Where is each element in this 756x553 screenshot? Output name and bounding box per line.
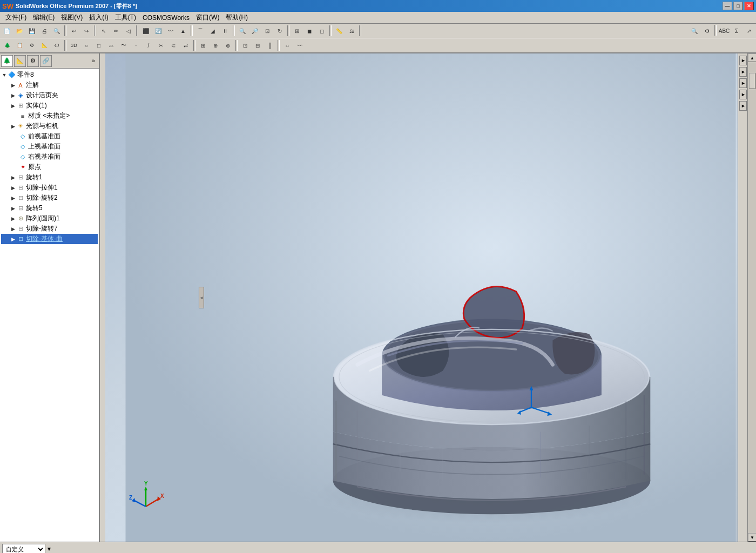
menu-help[interactable]: 帮助(H) (222, 12, 251, 23)
expand-panel-5[interactable]: ► (739, 101, 747, 111)
tree-design-binder[interactable]: ▶ ◈ 设计活页夹 (1, 90, 98, 100)
expand-panel-1[interactable]: ► (739, 56, 747, 65)
open-button[interactable]: 📂 (14, 25, 25, 37)
measure-button[interactable]: 📏 (333, 25, 345, 37)
zoom-fit-button[interactable]: ⊡ (261, 25, 273, 37)
tag-btn[interactable]: 🏷 (51, 39, 63, 51)
rotate-view-button[interactable]: ↻ (274, 25, 286, 37)
search-button[interactable]: 🔍 (688, 25, 700, 37)
sketch-button[interactable]: ✏ (110, 25, 122, 37)
menu-window[interactable]: 窗口(W) (193, 12, 222, 23)
tree-revolve5[interactable]: ▶ ⊟ 旋转5 (1, 203, 98, 213)
ref-geom-btn[interactable]: ⊡ (239, 39, 251, 51)
tab-feature-tree[interactable]: 🌲 (1, 55, 13, 67)
undo-button[interactable]: ↩ (68, 25, 80, 37)
chamfer-button[interactable]: ◢ (207, 25, 219, 37)
line-btn[interactable]: / (143, 39, 154, 51)
menu-file[interactable]: 文件(F) (2, 12, 30, 23)
zoom-in-button[interactable]: 🔍 (237, 25, 248, 37)
minimize-button[interactable]: — (723, 2, 732, 10)
menu-cosmos[interactable]: COSMOSWorks (139, 13, 193, 23)
loft-button[interactable]: ▲ (177, 25, 189, 37)
toolbar-row-1: 📄 📂 💾 🖨 🔍 ↩ ↪ ↖ ✏ ◁ ⬛ 🔄 〰 ▲ ⌒ ◢ ⁞⁞ 🔍 🔎 ⊡… (0, 24, 756, 38)
fillet-button[interactable]: ⌒ (194, 25, 206, 37)
preview-button[interactable]: 🔍 (51, 25, 63, 37)
revolve-button[interactable]: 🔄 (152, 25, 164, 37)
property-mgr-btn[interactable]: 📋 (14, 39, 25, 51)
rib-btn[interactable]: ║ (264, 39, 276, 51)
tab-config-manager[interactable]: ⚙ (27, 55, 39, 67)
tree-solid-body[interactable]: ▶ ⊞ 实体(1) (1, 100, 98, 111)
feature-tree: ▼ 🔷 零件8 ▶ A 注解 ▶ ◈ 设计活页夹 ▶ (0, 69, 99, 542)
tree-extrude-cut[interactable]: ▶ ⊟ 切除-拉伸1 (1, 183, 98, 193)
tree-front-plane[interactable]: ◇ 前视基准面 (1, 131, 98, 141)
save-button[interactable]: 💾 (26, 25, 38, 37)
expand-panel-btn[interactable]: » (89, 57, 98, 65)
menu-view[interactable]: 视图(V) (58, 12, 86, 23)
sweep-button[interactable]: 〰 (165, 25, 177, 37)
config-mgr-btn[interactable]: ⚙ (26, 39, 38, 51)
zoom-out-button[interactable]: 🔎 (249, 25, 261, 37)
spell-button[interactable]: ABC (718, 25, 730, 37)
tree-root[interactable]: ▼ 🔷 零件8 (1, 70, 98, 80)
relation-btn[interactable]: ↔ (281, 39, 293, 51)
tree-origin[interactable]: ✦ 原点 (1, 162, 98, 172)
extrude-button[interactable]: ⬛ (140, 25, 152, 37)
pattern-button[interactable]: ⁞⁞ (219, 25, 231, 37)
dim-expert-btn[interactable]: 📐 (38, 39, 50, 51)
expand-panel-3[interactable]: ► (739, 78, 747, 88)
snap2-btn[interactable]: ⊗ (222, 39, 234, 51)
point-btn[interactable]: · (130, 39, 142, 51)
view-dropdown[interactable]: 自定义 模型 工程图 草图 (2, 544, 45, 554)
select-button[interactable]: ↖ (98, 25, 110, 37)
mirror-sketch-btn[interactable]: ⇌ (180, 39, 192, 51)
maximize-button[interactable]: □ (733, 2, 743, 10)
close-button[interactable]: ✕ (744, 2, 754, 10)
rect-btn[interactable]: □ (93, 39, 105, 51)
export-button[interactable]: ↗ (743, 25, 755, 37)
mass-props-button[interactable]: ⚖ (346, 25, 357, 37)
display-button[interactable]: ◼ (303, 25, 315, 37)
options-button[interactable]: ⚙ (701, 25, 713, 37)
grid-btn[interactable]: ⊞ (197, 39, 209, 51)
tree-cut-revolve7[interactable]: ▶ ⊟ 切除-旋转7 (1, 224, 98, 234)
collapse-handle[interactable]: ◄ (199, 287, 204, 308)
scroll-up-btn[interactable]: ▲ (748, 53, 756, 62)
menu-edit[interactable]: 编辑(E) (30, 12, 58, 23)
redo-button[interactable]: ↪ (80, 25, 92, 37)
vertical-scrollbar[interactable]: ▲ ▼ (747, 53, 756, 542)
scroll-thumb-v[interactable] (749, 73, 755, 89)
view-orient-button[interactable]: ⊞ (291, 25, 303, 37)
tree-revolve1[interactable]: ▶ ⊟ 旋转1 (1, 172, 98, 183)
tree-pattern-circular[interactable]: ▶ ⊛ 阵列(圆周)1 (1, 213, 98, 224)
snap-btn[interactable]: ⊕ (210, 39, 221, 51)
new-button[interactable]: 📄 (1, 25, 13, 37)
print-button[interactable]: 🖨 (38, 25, 50, 37)
tab-dim-expert[interactable]: 🔗 (40, 55, 52, 67)
tree-right-plane[interactable]: ◇ 右视基准面 (1, 152, 98, 162)
tree-cut-base-curve[interactable]: ▶ ⊟ 切除-基体-曲 (1, 234, 98, 244)
menu-insert[interactable]: 插入(I) (86, 12, 111, 23)
feature-manager-btn[interactable]: 🌲 (1, 39, 13, 51)
tree-annotations[interactable]: ▶ A 注解 (1, 80, 98, 90)
spline-btn[interactable]: 〜 (118, 39, 130, 51)
menu-tools[interactable]: 工具(T) (112, 12, 139, 23)
circle-btn[interactable]: ○ (80, 39, 92, 51)
tab-property-manager[interactable]: 📐 (14, 55, 26, 67)
arc-btn[interactable]: ⌓ (105, 39, 117, 51)
tree-top-plane[interactable]: ◇ 上视基准面 (1, 141, 98, 152)
tree-material[interactable]: ≡ 材质 <未指定> (1, 111, 98, 121)
calc-button[interactable]: Σ (731, 25, 742, 37)
tree-cut-revolve2[interactable]: ▶ ⊟ 切除-旋转2 (1, 193, 98, 203)
scroll-down-btn[interactable]: ▼ (748, 533, 756, 542)
wave-btn[interactable]: 〰 (294, 39, 306, 51)
expand-panel-4[interactable]: ► (739, 90, 747, 99)
expand-panel-2[interactable]: ► (739, 67, 747, 77)
hidden-lines-button[interactable]: ◻ (316, 25, 328, 37)
shell-btn[interactable]: ⊟ (252, 39, 264, 51)
3d-sketch-btn[interactable]: 3D (68, 39, 80, 51)
offset-btn[interactable]: ⊂ (167, 39, 179, 51)
smart-dim-button[interactable]: ◁ (123, 25, 134, 37)
trim-btn[interactable]: ✂ (155, 39, 167, 51)
tree-lighting[interactable]: ▶ ☀ 光源与相机 (1, 121, 98, 131)
